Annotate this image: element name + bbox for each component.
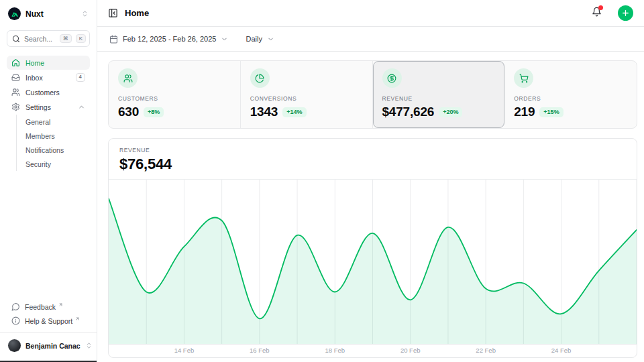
- chart-label: REVENUE: [119, 147, 626, 154]
- stat-card-conversions[interactable]: CONVERSIONS 1343 +14%: [241, 61, 373, 128]
- info-circle-icon: [11, 316, 20, 325]
- feedback-label: Feedback: [25, 303, 56, 311]
- chart-total-value: $76,544: [119, 156, 626, 173]
- kbd-meta: ⌘: [60, 34, 72, 43]
- sidebar-item-label: Settings: [25, 103, 72, 111]
- dollar-circle-icon: [382, 68, 402, 88]
- stat-value: 630: [118, 105, 139, 119]
- stat-delta-badge: +20%: [439, 107, 462, 117]
- sidebar-item-security[interactable]: Security: [20, 157, 90, 171]
- stats-row: CUSTOMERS 630 +8% CONVERSIONS 1343 +14%: [108, 60, 637, 129]
- plus-icon: [621, 9, 630, 17]
- chevrons-up-down-icon: [85, 342, 93, 349]
- x-tick: 20 Feb: [400, 347, 421, 354]
- filters-toolbar: Feb 12, 2025 - Feb 26, 2025 Daily: [97, 27, 644, 52]
- search-placeholder: Search...: [24, 35, 56, 43]
- workspace-selector[interactable]: Nuxt: [7, 6, 90, 21]
- settings-children: General Members Notifications Security: [16, 115, 90, 171]
- chevron-down-icon: [267, 36, 274, 43]
- main-area: Home Feb 12, 2025 - Feb 26, 2025: [97, 0, 644, 362]
- stat-delta-badge: +15%: [539, 107, 563, 117]
- stat-delta-badge: +14%: [282, 107, 306, 117]
- kbd-k: K: [76, 34, 86, 43]
- sidebar-item-general[interactable]: General: [20, 115, 90, 129]
- x-tick: 18 Feb: [325, 347, 345, 354]
- cart-icon: [514, 68, 533, 88]
- inbox-count-badge: 4: [76, 73, 85, 82]
- stat-label: CONVERSIONS: [250, 95, 363, 102]
- date-range-picker[interactable]: Feb 12, 2025 - Feb 26, 2025: [108, 32, 229, 46]
- message-circle-icon: [11, 302, 20, 311]
- sidebar-item-label: Customers: [25, 88, 85, 97]
- workspace-name: Nuxt: [25, 9, 76, 19]
- x-tick: 14 Feb: [174, 347, 195, 354]
- sidebar-spacer: [7, 171, 90, 300]
- chart-header: REVENUE $76,544: [109, 139, 637, 180]
- sidebar-item-inbox[interactable]: Inbox 4: [7, 70, 90, 84]
- stat-card-orders[interactable]: ORDERS 219 +15%: [504, 61, 637, 128]
- period-select[interactable]: Daily: [244, 32, 275, 46]
- nuxt-logo-icon: [8, 7, 21, 20]
- collapse-sidebar-icon[interactable]: [108, 8, 118, 18]
- gear-icon: [11, 103, 20, 111]
- page-title: Home: [125, 8, 585, 18]
- x-tick: 16 Feb: [250, 347, 270, 354]
- page-header: Home: [97, 0, 644, 27]
- users-icon: [11, 88, 20, 97]
- user-menu[interactable]: Benjamin Canac: [7, 333, 90, 356]
- stat-card-revenue[interactable]: REVENUE $477,626 +20%: [373, 61, 505, 128]
- chart-x-axis: 14 Feb 16 Feb 18 Feb 20 Feb 22 Feb 24 Fe…: [109, 345, 637, 357]
- stat-card-customers[interactable]: CUSTOMERS 630 +8%: [109, 61, 241, 128]
- home-icon: [11, 58, 20, 67]
- chart-canvas: [109, 180, 637, 344]
- chevron-up-icon: [78, 103, 85, 111]
- add-button[interactable]: [618, 5, 633, 21]
- stat-value: $477,626: [382, 105, 435, 119]
- stat-label: ORDERS: [514, 95, 627, 102]
- notification-dot: [598, 5, 603, 10]
- pie-chart-icon: [250, 68, 270, 88]
- date-range-value: Feb 12, 2025 - Feb 26, 2025: [123, 35, 216, 43]
- x-tick: 22 Feb: [476, 347, 496, 354]
- period-value: Daily: [246, 35, 262, 43]
- stat-value: 1343: [250, 105, 278, 119]
- notifications-button[interactable]: [592, 7, 602, 19]
- dashboard-content: CUSTOMERS 630 +8% CONVERSIONS 1343 +14%: [97, 52, 644, 362]
- sidebar-item-settings[interactable]: Settings: [7, 100, 90, 114]
- user-name: Benjamin Canac: [25, 342, 80, 350]
- stat-delta-badge: +8%: [144, 107, 164, 117]
- search-icon: [12, 35, 20, 43]
- sidebar-item-home[interactable]: Home: [7, 56, 90, 70]
- revenue-area-chart[interactable]: [109, 180, 637, 345]
- sidebar: Nuxt Search... ⌘ K Home: [0, 0, 97, 362]
- stat-label: CUSTOMERS: [118, 95, 231, 102]
- external-link-icon: [75, 316, 80, 321]
- sidebar-item-customers[interactable]: Customers: [7, 85, 90, 99]
- external-link-icon: [58, 302, 63, 307]
- search-input[interactable]: Search... ⌘ K: [7, 30, 90, 47]
- stat-value: 219: [514, 105, 535, 119]
- avatar: [8, 339, 21, 352]
- users-icon: [118, 68, 138, 88]
- stat-label: REVENUE: [382, 95, 495, 102]
- calendar-icon: [109, 35, 118, 44]
- feedback-link[interactable]: Feedback: [7, 300, 90, 314]
- revenue-chart-card: REVENUE $76,544 14 Feb 16 Feb 18 Feb 20 …: [108, 138, 637, 358]
- sidebar-nav: Home Inbox 4 Customers Settings: [7, 56, 90, 171]
- sidebar-item-label: Home: [25, 59, 85, 67]
- x-tick: 24 Feb: [551, 347, 572, 354]
- help-support-label: Help & Support: [25, 317, 72, 325]
- sidebar-item-notifications[interactable]: Notifications: [20, 143, 90, 157]
- sidebar-item-members[interactable]: Members: [20, 129, 90, 143]
- sidebar-item-label: Inbox: [25, 74, 70, 82]
- help-support-link[interactable]: Help & Support: [7, 314, 90, 328]
- chevron-down-icon: [221, 36, 228, 43]
- app-window: Nuxt Search... ⌘ K Home: [0, 0, 644, 362]
- chevrons-up-down-icon: [81, 10, 89, 17]
- inbox-icon: [11, 73, 20, 82]
